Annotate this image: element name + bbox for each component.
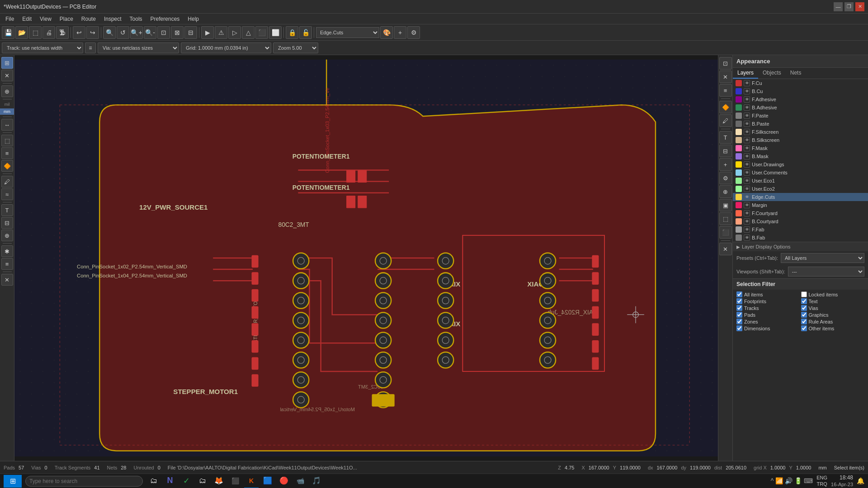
dimension-button[interactable]: ⊟	[1, 217, 13, 229]
taskbar-app-explorer[interactable]: 🗂	[146, 474, 161, 488]
inspector-button[interactable]: ≡	[1, 258, 13, 270]
search-button[interactable]: 🔍	[103, 26, 116, 39]
menu-item-file[interactable]: File	[2, 15, 18, 23]
layer-visibility-icon[interactable]: 👁	[744, 178, 750, 184]
undo-button[interactable]: ↩	[73, 26, 85, 39]
rt-copy-button[interactable]: ⬚	[719, 212, 732, 225]
tray-volume[interactable]: 🔊	[785, 477, 793, 484]
layer-item-b-cu[interactable]: 👁 B.Cu	[733, 87, 868, 95]
layer-visibility-icon[interactable]: 👁	[744, 137, 750, 143]
run-drc-button[interactable]: ⚠	[215, 26, 227, 39]
viewports-select[interactable]: ---	[788, 267, 864, 277]
open-button[interactable]: 📂	[15, 26, 28, 39]
menu-item-view[interactable]: View	[36, 15, 55, 23]
highlight-net-button[interactable]: 🔶	[1, 160, 13, 172]
sf-checkbox-dimensions[interactable]	[736, 325, 742, 331]
redo-button[interactable]: ↪	[86, 26, 99, 39]
rt-edit-button[interactable]: 🖊	[719, 114, 732, 127]
presets-select[interactable]: All Layers	[781, 253, 864, 263]
sf-checkbox-text[interactable]	[801, 298, 807, 304]
menu-item-place[interactable]: Place	[56, 15, 77, 23]
clock[interactable]: 18:48 16-Apr-23	[831, 474, 853, 488]
layer-visibility-icon[interactable]: 👁	[744, 121, 750, 127]
layer-item-f-courtyard[interactable]: 👁 F.Courtyard	[733, 209, 868, 217]
mm-unit-button[interactable]: mm	[0, 108, 14, 115]
taskbar-app-kicad[interactable]: K	[244, 474, 259, 488]
layer-visibility-icon[interactable]: 👁	[744, 202, 750, 208]
tray-keyboard[interactable]: ⌨	[804, 477, 813, 484]
netlist-button[interactable]: ▶	[201, 26, 214, 39]
sf-checkbox-locked-items[interactable]	[801, 291, 807, 297]
select-tool-button[interactable]: ⊞	[1, 57, 13, 69]
interactive-router-button[interactable]: ⬚	[1, 135, 13, 146]
rt-draw-button[interactable]: 🔶	[719, 101, 732, 113]
minimize-button[interactable]: —	[834, 2, 843, 11]
layer-item-b-courtyard[interactable]: 👁 B.Courtyard	[733, 217, 868, 225]
layer-visibility-icon[interactable]: 👁	[744, 113, 750, 119]
rt-zoom-button[interactable]: ✕	[719, 70, 732, 83]
refresh-button[interactable]: ↺	[117, 26, 129, 39]
menu-item-help[interactable]: Help	[184, 15, 203, 23]
layer-visibility-icon[interactable]: 👁	[744, 218, 750, 225]
sf-checkbox-pads[interactable]	[736, 312, 742, 318]
layer-visibility-icon[interactable]: 👁	[744, 194, 750, 200]
rt-cursor-button[interactable]: ⊡	[719, 57, 732, 70]
flip-button[interactable]: △	[242, 26, 255, 39]
layer-selector[interactable]: Edge.Cuts F.Cu B.Cu	[316, 27, 379, 38]
layer-item-b-paste[interactable]: 👁 B.Paste	[733, 120, 868, 128]
tab-layers[interactable]: Layers	[733, 68, 758, 79]
layer-visibility-icon[interactable]: 👁	[744, 161, 750, 168]
layer-visibility-icon[interactable]: 👁	[744, 186, 750, 192]
start-button[interactable]: ⊞	[4, 475, 22, 488]
taskbar-app-zoom[interactable]: 📹	[293, 474, 307, 488]
settings-button[interactable]: ⚙	[407, 26, 420, 39]
draw-tool-button[interactable]: 🖊	[1, 176, 13, 188]
rt-anchor-button[interactable]: ⊕	[719, 185, 732, 198]
add-via-button[interactable]: ⊕	[1, 230, 13, 241]
menu-item-route[interactable]: Route	[78, 15, 99, 23]
grid-tool-button[interactable]: ⊕	[1, 85, 13, 97]
layer-visibility-icon[interactable]: 👁	[744, 210, 750, 216]
sf-checkbox-footprints[interactable]	[736, 298, 742, 304]
rt-text-button[interactable]: T	[719, 131, 732, 144]
rt-del-button[interactable]: ✕	[719, 243, 732, 255]
taskbar-app-teams[interactable]: N	[163, 474, 177, 488]
sf-checkbox-rule-areas[interactable]	[801, 319, 807, 324]
zoom-fit-button[interactable]: ⊡	[157, 26, 170, 39]
maximize-button[interactable]: ❐	[844, 2, 854, 11]
zoom-in-button[interactable]: 🔍+	[130, 26, 143, 39]
close-button[interactable]: ✕	[855, 2, 864, 11]
sf-checkbox-other-items[interactable]	[801, 325, 807, 331]
layer-item-user-drawings[interactable]: 👁 User.Drawings	[733, 160, 868, 169]
taskbar-app-spotify[interactable]: 🎵	[309, 474, 324, 488]
sf-checkbox-all-items[interactable]	[736, 291, 742, 297]
delete-tool-button[interactable]: ✕	[1, 274, 13, 286]
unlock-button[interactable]: 🔓	[299, 26, 312, 39]
rt-refresh-button[interactable]: ≡	[719, 84, 732, 97]
menu-item-inspect[interactable]: Inspect	[100, 15, 125, 23]
layer-item-f-cu[interactable]: 👁 F.Cu	[733, 79, 868, 87]
sf-checkbox-graphics[interactable]	[801, 312, 807, 318]
layer-item-f-mask[interactable]: 👁 F.Mask	[733, 144, 868, 152]
track-options-button[interactable]: ≡	[85, 42, 96, 53]
layer-item-f-paste[interactable]: 👁 F.Paste	[733, 112, 868, 120]
sf-checkbox-vias[interactable]	[801, 305, 807, 311]
color-theme-button[interactable]: 🎨	[380, 26, 393, 39]
notification-icon[interactable]: 🔔	[857, 477, 864, 484]
layers-display-button[interactable]: ≡	[1, 147, 13, 159]
rt-dim-button[interactable]: ⊟	[719, 145, 732, 157]
layer-visibility-icon[interactable]: 👁	[744, 88, 750, 94]
tray-battery[interactable]: 🔋	[794, 477, 802, 484]
drc-button[interactable]: ≈	[1, 188, 13, 200]
taskbar-app-vscode[interactable]: 🟦	[260, 474, 275, 488]
layer-item-f-silkscreen[interactable]: 👁 F.Silkscreen	[733, 128, 868, 136]
taskbar-app-files[interactable]: 🗂	[195, 474, 210, 488]
track-width-dropdown[interactable]: Track: use netclass width	[2, 42, 83, 53]
layer-visibility-icon[interactable]: 👁	[744, 153, 750, 160]
mil-unit-button[interactable]: mil	[5, 101, 10, 108]
layer-item-b-adhesive[interactable]: 👁 B.Adhesive	[733, 103, 868, 112]
layer-item-f-adhesive[interactable]: 👁 F.Adhesive	[733, 95, 868, 103]
pcb-canvas[interactable]: Conn_PinSocket_1x03_P2.54mm_Ve POTENTIOM…	[14, 55, 718, 461]
save-button[interactable]: 💾	[2, 26, 14, 39]
rt-settings-button[interactable]: ⚙	[719, 172, 732, 184]
